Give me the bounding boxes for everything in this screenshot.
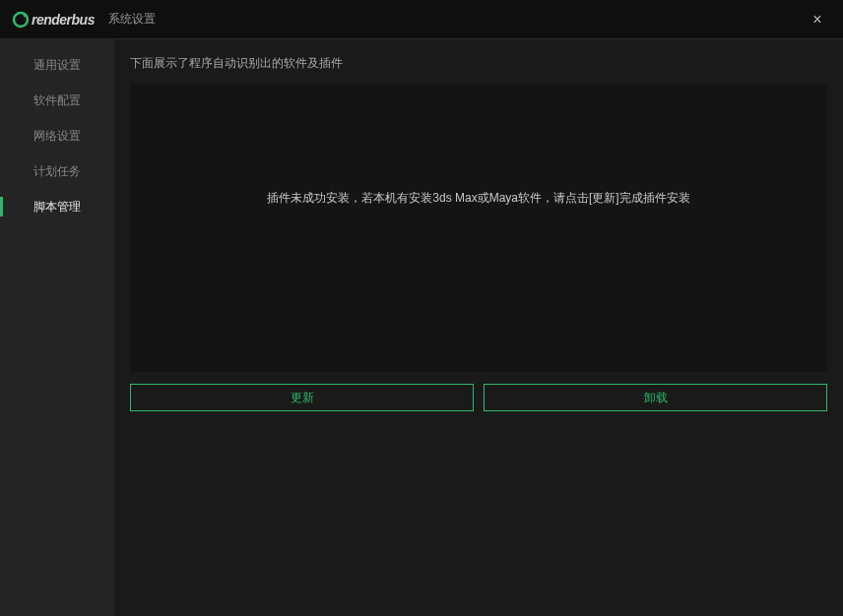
sidebar-item-label: 软件配置: [33, 92, 81, 109]
footer-space: [114, 419, 843, 616]
window-body: 通用设置 软件配置 网络设置 计划任务 脚本管理 下面展示了程序自动识别出的软件…: [0, 39, 843, 616]
sidebar-item-label: 脚本管理: [33, 199, 81, 216]
close-icon: ×: [812, 11, 821, 29]
empty-state-message: 插件未成功安装，若本机有安装3ds Max或Maya软件，请点击[更新]完成插件…: [267, 190, 689, 207]
logo: renderbus: [12, 11, 95, 29]
sidebar-item-scripts[interactable]: 脚本管理: [0, 189, 114, 224]
main-panel: 下面展示了程序自动识别出的软件及插件 插件未成功安装，若本机有安装3ds Max…: [114, 39, 843, 616]
uninstall-button-label: 卸载: [644, 390, 668, 406]
update-button[interactable]: 更新: [130, 384, 474, 411]
logo-text: renderbus: [32, 12, 95, 28]
sidebar-item-tasks[interactable]: 计划任务: [0, 154, 114, 189]
update-button-label: 更新: [291, 390, 314, 406]
plugin-list-area: 插件未成功安装，若本机有安装3ds Max或Maya软件，请点击[更新]完成插件…: [130, 84, 827, 372]
sidebar-item-software[interactable]: 软件配置: [0, 83, 114, 118]
uninstall-button[interactable]: 卸载: [484, 384, 827, 411]
svg-point-1: [24, 13, 28, 17]
sidebar-item-label: 网络设置: [33, 128, 81, 145]
close-button[interactable]: ×: [804, 6, 831, 33]
settings-window: renderbus 系统设置 × 通用设置 软件配置 网络设置 计划任务 脚本管…: [0, 0, 843, 616]
action-buttons: 更新 卸载: [114, 372, 843, 419]
panel-description: 下面展示了程序自动识别出的软件及插件: [114, 39, 843, 84]
sidebar-item-general[interactable]: 通用设置: [0, 47, 114, 83]
sidebar-item-label: 计划任务: [33, 163, 81, 180]
sidebar: 通用设置 软件配置 网络设置 计划任务 脚本管理: [0, 39, 114, 616]
renderbus-logo-icon: [12, 11, 30, 29]
sidebar-item-label: 通用设置: [33, 57, 81, 74]
sidebar-item-network[interactable]: 网络设置: [0, 118, 114, 154]
window-title: 系统设置: [108, 11, 156, 28]
titlebar: renderbus 系统设置 ×: [0, 0, 843, 39]
